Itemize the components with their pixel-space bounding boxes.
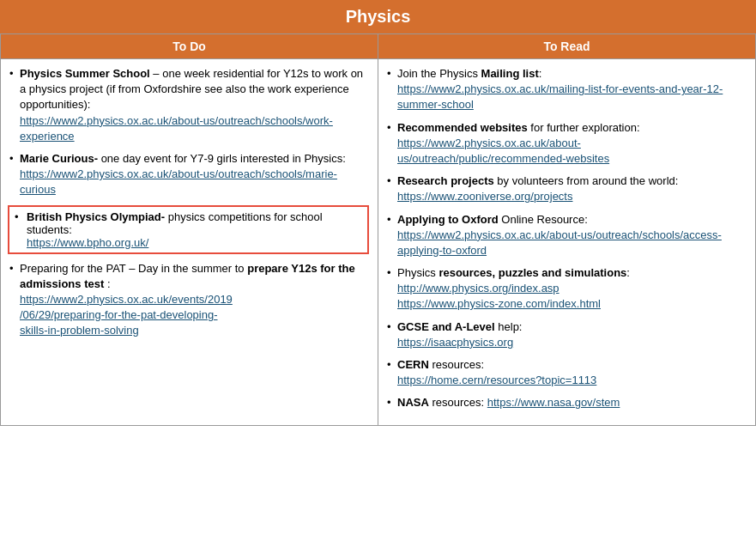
list-item: Marie Curious- one day event for Y7-9 gi… <box>9 151 369 198</box>
todo-list: Physics Summer School – one week residen… <box>9 66 369 198</box>
recommended-websites-link[interactable]: https://www2.physics.ox.ac.uk/about-us/o… <box>397 137 609 165</box>
item-text: one day event for Y7-9 girls interested … <box>101 152 346 165</box>
item-bold: resources, puzzles and simulations <box>438 266 626 279</box>
isaacphysics-link[interactable]: https://isaacphysics.org <box>397 336 513 349</box>
item-text: resources: <box>432 396 487 409</box>
list-item: Recommended websites for further explora… <box>387 120 747 167</box>
item-bold: GCSE and A-Level <box>397 320 495 333</box>
item-bold: Recommended websites <box>397 121 528 134</box>
physics-org-link[interactable]: http://www.physics.org/index.asp <box>397 282 559 295</box>
item-bold: Marie Curious- <box>20 152 98 165</box>
summer-school-link[interactable]: https://www2.physics.ox.ac.uk/about-us/o… <box>20 114 333 143</box>
page-title: Physics <box>0 0 756 33</box>
item-text: Online Resource: <box>501 213 587 226</box>
toread-header: To Read <box>378 34 756 59</box>
toread-column: Join the Physics Mailing list: https://w… <box>378 59 756 426</box>
physics-zone-link[interactable]: https://www.physics-zone.com/index.html <box>397 297 601 310</box>
bpho-link[interactable]: https://www.bpho.org.uk/ <box>27 236 148 249</box>
item-text-after: : <box>107 277 111 290</box>
item-text: Preparing for the PAT – Day in the summe… <box>20 262 247 275</box>
todo-header: To Do <box>1 34 378 59</box>
item-bold: Physics Summer School <box>20 67 150 80</box>
item-bold: Research projects <box>397 174 494 187</box>
list-item: Physics Summer School – one week residen… <box>9 66 369 144</box>
nasa-link[interactable]: https://www.nasa.gov/stem <box>487 396 620 409</box>
todo-column: Physics Summer School – one week residen… <box>1 59 378 426</box>
list-item: Join the Physics Mailing list: https://w… <box>387 66 747 113</box>
item-colon: : <box>626 266 630 279</box>
item-bold: Mailing list <box>481 67 539 80</box>
item-text: resources: <box>432 358 484 371</box>
item-bold: NASA <box>397 396 429 409</box>
list-item: Physics resources, puzzles and simulatio… <box>387 265 747 313</box>
list-item: Research projects by volunteers from aro… <box>387 173 747 204</box>
todo-list-2: Preparing for the PAT – Day in the summe… <box>9 261 369 339</box>
cern-link[interactable]: https://home.cern/resources?topic=1113 <box>397 374 596 386</box>
list-item: Preparing for the PAT – Day in the summe… <box>9 261 369 339</box>
list-item: NASA resources: https://www.nasa.gov/ste… <box>387 395 747 410</box>
zooniverse-link[interactable]: https://www.zooniverse.org/projects <box>397 190 572 203</box>
item-text: help: <box>498 320 522 333</box>
british-physics-olympiad-item: British Physics Olympiad- physics compet… <box>8 205 369 254</box>
mailing-list-link[interactable]: https://www2.physics.ox.ac.uk/mailing-li… <box>397 82 723 111</box>
item-bold: Applying to Oxford <box>397 213 499 226</box>
toread-list: Join the Physics Mailing list: https://w… <box>387 66 747 411</box>
item-text: by volunteers from around the world: <box>497 174 678 187</box>
item-text: for further exploration: <box>530 121 639 134</box>
item-bold: CERN <box>397 358 429 371</box>
item-bold: British Physics Olympiad- <box>27 210 165 223</box>
pat-link[interactable]: https://www2.physics.ox.ac.uk/events/201… <box>20 293 233 337</box>
marie-curious-link[interactable]: https://www2.physics.ox.ac.uk/about-us/o… <box>20 167 337 196</box>
item-text: Physics <box>397 266 438 279</box>
item-text: Join the Physics <box>397 67 481 80</box>
list-item: CERN resources: https://home.cern/resour… <box>387 357 747 388</box>
item-colon: : <box>539 67 542 80</box>
list-item: GCSE and A-Level help: https://isaacphys… <box>387 319 747 350</box>
list-item: Applying to Oxford Online Resource: http… <box>387 212 747 259</box>
applying-oxford-link[interactable]: https://www2.physics.ox.ac.uk/about-us/o… <box>397 228 722 257</box>
